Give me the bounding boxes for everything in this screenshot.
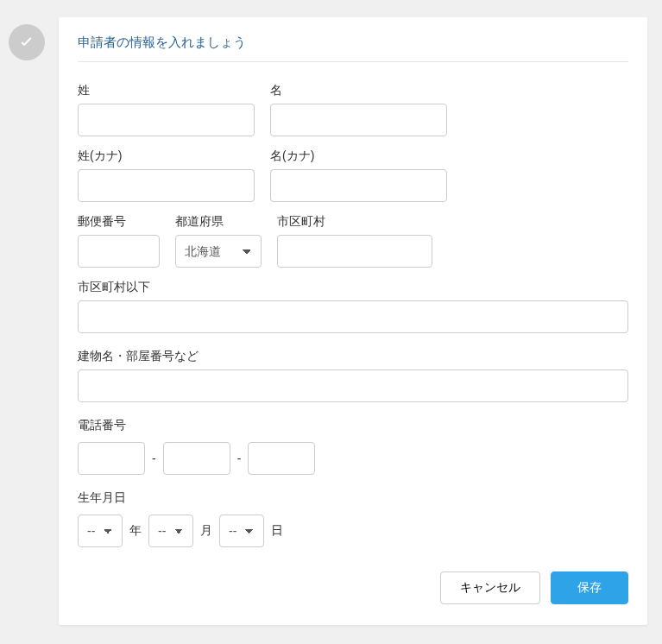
building-label: 建物名・部屋番号など [78,349,628,364]
last-name-label: 姓 [78,83,255,98]
address-rest-label: 市区町村以下 [78,280,628,295]
phone-label: 電話番号 [78,418,628,433]
dob-day-select[interactable]: -- [219,515,264,547]
day-unit: 日 [271,523,283,539]
last-name-kana-input[interactable] [78,169,255,202]
first-name-label: 名 [270,83,447,98]
zip-input[interactable] [78,235,160,268]
check-icon [9,24,45,60]
building-input[interactable] [78,369,628,402]
save-button[interactable]: 保存 [551,571,628,604]
dob-year-select[interactable]: -- [78,515,123,547]
phone-sep: - [237,451,242,465]
year-unit: 年 [129,523,142,539]
phone-part3-input[interactable] [248,442,315,475]
phone-part1-input[interactable] [78,442,145,475]
cancel-button[interactable]: キャンセル [440,571,540,604]
phone-sep: - [152,451,156,465]
address-rest-input[interactable] [78,300,628,333]
first-name-input[interactable] [270,104,447,136]
dob-label: 生年月日 [78,490,628,506]
city-input[interactable] [277,235,432,268]
phone-part2-input[interactable] [163,442,230,475]
month-unit: 月 [200,523,212,539]
last-name-kana-label: 姓(カナ) [78,148,255,164]
first-name-kana-input[interactable] [270,169,447,202]
dob-month-select[interactable]: -- [148,515,193,547]
first-name-kana-label: 名(カナ) [270,148,447,164]
prefecture-select[interactable]: 北海道 [175,235,262,268]
applicant-form-card: 申請者の情報を入れましょう 姓 名 姓(カナ) 名(カナ) 郵便番 [59,17,647,625]
zip-label: 郵便番号 [78,214,160,230]
section-title: 申請者の情報を入れましょう [78,35,628,62]
city-label: 市区町村 [277,214,432,230]
prefecture-label: 都道府県 [175,214,262,230]
last-name-input[interactable] [78,104,255,136]
